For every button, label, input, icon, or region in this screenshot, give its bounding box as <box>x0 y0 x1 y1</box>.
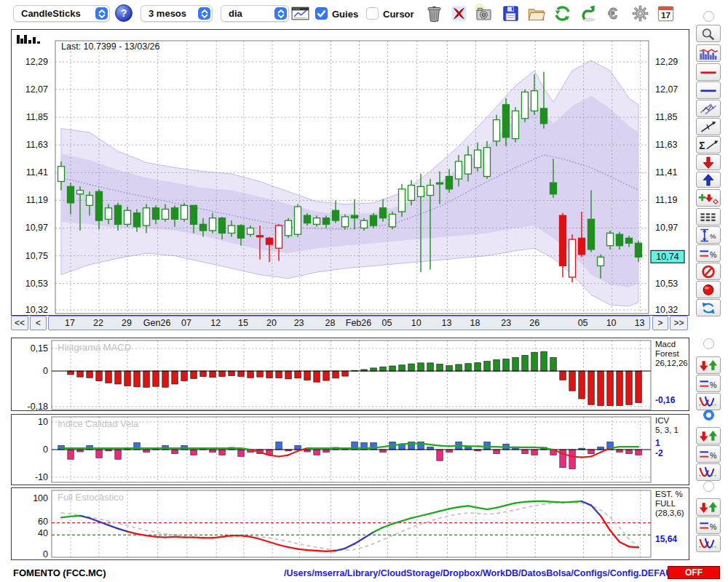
x-axis-tick-label: Gen26 <box>143 318 171 328</box>
svg-text:5, 3, 1: 5, 3, 1 <box>655 426 678 434</box>
range-percent-button[interactable]: % <box>696 226 721 244</box>
save-disk-icon[interactable] <box>501 4 521 23</box>
interval-select[interactable]: dia <box>221 5 289 22</box>
arrow-up-button[interactable] <box>696 172 721 188</box>
svg-text:11,41: 11,41 <box>655 167 677 178</box>
stochastic-percent-button[interactable]: % <box>696 517 721 534</box>
trash-icon[interactable] <box>424 4 444 23</box>
svg-text:0: 0 <box>43 366 48 376</box>
icv-arrows-button[interactable] <box>696 427 721 445</box>
scroll-first-button[interactable]: << <box>11 316 28 330</box>
scroll-last-button[interactable]: >> <box>670 316 688 330</box>
calendar-icon[interactable]: 17 <box>656 4 676 23</box>
svg-text:%: % <box>710 250 716 258</box>
x-axis-tick-label: 15 <box>238 318 248 328</box>
refresh-icon[interactable] <box>553 4 572 23</box>
x-axis-tick-label: 28 <box>325 318 336 328</box>
main-chart-plot[interactable]: 12,2912,2912,0712,0711,8511,8511,6311,63… <box>12 30 689 315</box>
channel-tool-button[interactable] <box>696 100 721 117</box>
blue-hline-button[interactable] <box>696 81 721 99</box>
icv-curve-button[interactable] <box>696 463 721 481</box>
x-axis-tick-label: 12 <box>210 318 221 328</box>
svg-text:40: 40 <box>38 528 48 538</box>
macd-panel: 0,150-0,18MacdForest26,12,26-0,16Histgra… <box>11 338 689 411</box>
svg-text:11,85: 11,85 <box>26 112 48 122</box>
macd-percent-button[interactable]: % <box>696 375 721 392</box>
red-hline-button[interactable] <box>696 63 721 81</box>
macd-panel-radio[interactable] <box>703 338 714 349</box>
dashed-lines-icon <box>697 210 719 224</box>
scroll-prev-button[interactable]: < <box>30 316 47 330</box>
trendline-button[interactable] <box>696 118 721 135</box>
chart-window-icon[interactable] <box>291 6 309 21</box>
status-bar: FOMENTO (FCC.MC) /Users/mserra/Library/C… <box>0 564 728 582</box>
volume-chart-button[interactable] <box>696 44 721 62</box>
stochastic-curve-button[interactable] <box>696 535 721 552</box>
record-icon <box>697 283 719 297</box>
svg-text:%: % <box>710 380 716 388</box>
svg-text:10,32: 10,32 <box>655 305 678 315</box>
stochastic-plot[interactable]: 10060400EST. %FULL(28,3,6)15,64Full Esto… <box>12 488 689 559</box>
stoch-main-line <box>61 501 638 551</box>
search-icon <box>697 27 719 41</box>
reload-button[interactable] <box>696 299 721 316</box>
icv-bars <box>58 442 642 469</box>
arrow-down-button[interactable] <box>696 154 721 170</box>
dashed-levels-button[interactable] <box>696 208 721 226</box>
stochastic-arrows-button[interactable] <box>696 498 721 516</box>
svg-text:100: 100 <box>33 493 48 503</box>
help-button[interactable]: ? <box>115 4 132 22</box>
x-axis-tick-label: 13 <box>635 318 645 328</box>
icv-panel-radio[interactable] <box>703 410 714 420</box>
chart-type-value: CandleSticks <box>21 8 81 19</box>
svg-text:%: % <box>710 450 716 459</box>
lines-percent-button[interactable]: % <box>696 244 721 262</box>
macd-arrows-button[interactable] <box>696 356 721 374</box>
red-down-arrow-icon <box>697 156 719 170</box>
down-up-arrows-icon <box>697 429 719 443</box>
svg-text:10,97: 10,97 <box>655 223 678 233</box>
x-axis-tick-label: Feb26 <box>346 318 371 328</box>
icv-plot[interactable]: 100-10ICV5, 3, 11-2Indice Calidad Vela <box>12 415 689 485</box>
camera-icon[interactable] <box>474 4 494 23</box>
main-panel-radio[interactable] <box>703 11 714 22</box>
undo-arrow-icon[interactable] <box>579 4 598 23</box>
svg-text:Σ: Σ <box>699 140 705 151</box>
red-line-icon <box>697 65 719 79</box>
percent-lines-icon: % <box>697 519 719 533</box>
off-toggle-button[interactable]: OFF <box>668 566 720 579</box>
delete-x-icon[interactable] <box>449 4 469 23</box>
down-up-arrows-icon <box>697 359 719 372</box>
stochastic-panel-radio[interactable] <box>703 481 714 492</box>
add-marker-button[interactable] <box>696 189 721 207</box>
percent-lines-icon: % <box>697 447 719 461</box>
svg-text:12,07: 12,07 <box>25 84 48 95</box>
zoom-button[interactable] <box>696 25 721 42</box>
x-axis-tick-label: 18 <box>470 318 480 328</box>
disable-button[interactable] <box>696 263 721 280</box>
period-select[interactable]: 3 mesos <box>141 5 213 22</box>
record-button[interactable] <box>696 281 721 298</box>
guies-checkbox[interactable] <box>315 7 328 20</box>
macd-plot[interactable]: 0,150-0,18MacdForest26,12,26-0,16Histgra… <box>12 338 689 410</box>
percent-lines-icon: % <box>697 247 719 260</box>
scroll-next-button[interactable]: > <box>652 316 668 330</box>
svg-text:0: 0 <box>43 549 48 559</box>
sum-trend-button[interactable]: Σ <box>696 136 721 154</box>
macd-curve-button[interactable] <box>696 393 721 410</box>
euro-icon[interactable]: € <box>605 4 625 23</box>
svg-text:0: 0 <box>43 445 48 455</box>
cursor-checkbox[interactable] <box>366 7 379 20</box>
symbol-label: FOMENTO (FCC.MC) <box>13 567 106 578</box>
macd-bars <box>68 351 642 405</box>
down-up-arrows-icon <box>697 501 719 514</box>
gear-icon[interactable] <box>630 4 650 23</box>
svg-text:15,64: 15,64 <box>655 534 677 544</box>
svg-text:1: 1 <box>655 438 660 448</box>
svg-text:10,75: 10,75 <box>25 251 48 261</box>
chart-type-select[interactable]: CandleSticks <box>13 5 110 22</box>
period-value: 3 mesos <box>149 8 186 19</box>
volume-chart-icon <box>697 47 719 60</box>
open-folder-icon[interactable] <box>526 4 546 23</box>
icv-percent-button[interactable]: % <box>696 445 721 463</box>
